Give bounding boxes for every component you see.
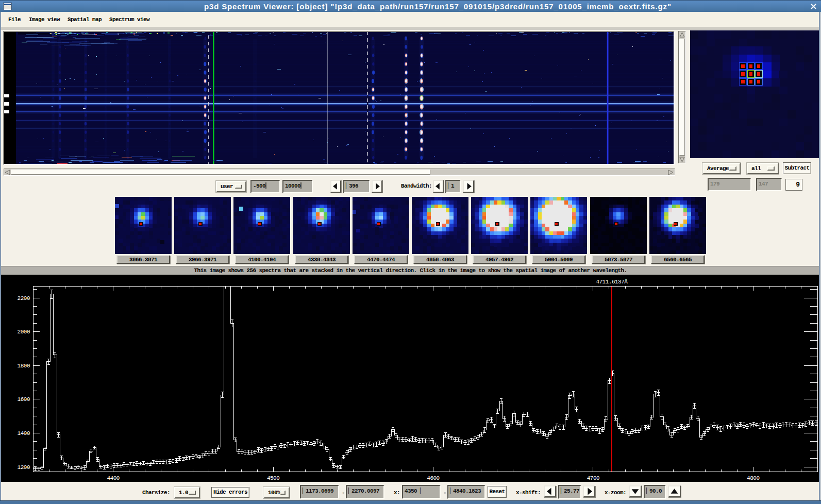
svg-text:2000: 2000 — [18, 329, 30, 335]
svg-text:4800: 4800 — [747, 475, 759, 481]
svg-text:1800: 1800 — [18, 363, 30, 369]
svg-text:1600: 1600 — [18, 396, 30, 402]
svg-text:4600: 4600 — [427, 475, 439, 481]
svg-text:1200: 1200 — [18, 464, 30, 471]
svg-text:1400: 1400 — [18, 430, 30, 436]
svg-text:4711.6137Å: 4711.6137Å — [596, 279, 628, 285]
svg-text:4500: 4500 — [267, 475, 279, 481]
svg-text:4700: 4700 — [587, 475, 599, 481]
svg-text:4400: 4400 — [107, 475, 119, 481]
svg-text:2200: 2200 — [18, 295, 30, 301]
